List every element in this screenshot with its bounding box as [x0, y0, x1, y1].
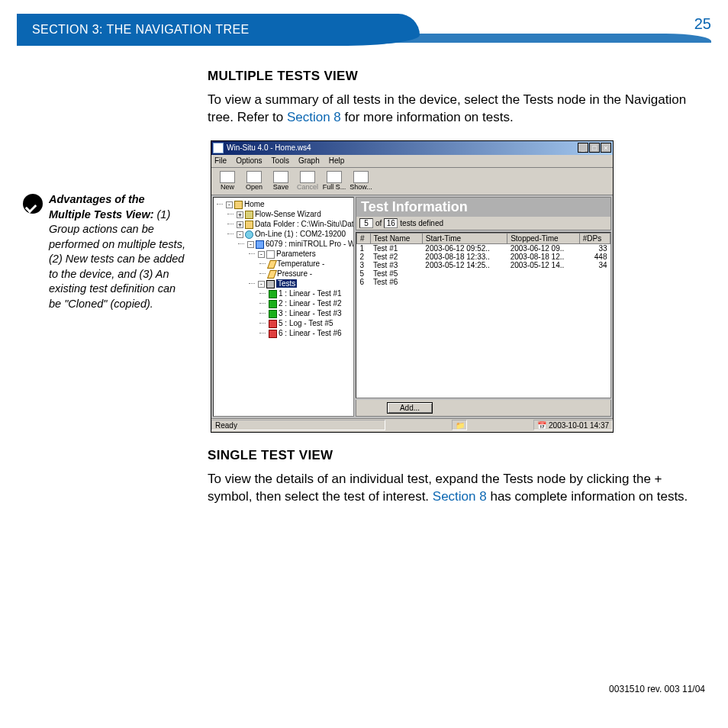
device-icon: [256, 240, 264, 249]
panel-buttons: Add...: [356, 400, 611, 417]
tree-temperature[interactable]: Temperature -: [277, 259, 324, 268]
save-icon: [273, 171, 288, 183]
tree-home[interactable]: Home: [244, 200, 265, 208]
single-paragraph: To view the details of an individual tes…: [208, 471, 696, 506]
sidenote-advantages: Advantages of the Multiple Tests View: (…: [23, 192, 189, 312]
test-x-icon: [269, 330, 277, 338]
menu-tools[interactable]: Tools: [272, 156, 289, 165]
tree-pressure[interactable]: Pressure -: [277, 269, 312, 278]
app-window: Win-Situ 4.0 - Home.ws4 _ □ × File Optio…: [211, 140, 614, 433]
status-datetime: 📅 2003-10-01 14:37: [533, 420, 613, 430]
header-tail: [399, 34, 712, 41]
col-name[interactable]: Test Name: [370, 233, 422, 243]
menu-options[interactable]: Options: [236, 156, 262, 165]
tree-flowsense[interactable]: Flow-Sense Wizard: [255, 210, 321, 218]
multi-text-b: for more information on tests.: [341, 110, 514, 124]
checkmark-icon: [23, 194, 43, 214]
wizard-icon: [245, 211, 253, 219]
navigation-tree[interactable]: -Home +Flow-Sense Wizard +Data Folder : …: [213, 197, 354, 417]
tree-test-1[interactable]: 1 : Linear - Test #1: [279, 289, 342, 298]
status-bar: Ready 📁 📅 2003-10-01 14:37: [211, 418, 613, 432]
app-icon: [213, 143, 224, 153]
heading-single-test: SINGLE TEST VIEW: [208, 448, 705, 463]
panel-count-row: 5 of 16 tests defined: [356, 217, 611, 230]
minimize-button[interactable]: _: [578, 143, 588, 153]
panel-title: Test Information: [356, 197, 611, 217]
section-title: SECTION 3: THE NAVIGATION TREE: [17, 23, 250, 37]
col-num[interactable]: #: [357, 233, 371, 243]
tree-device[interactable]: 6079 : miniTROLL Pro - W2B: [266, 240, 354, 248]
table-row[interactable]: 3Test #32003-05-12 14:25..2003-05-12 14.…: [357, 261, 610, 269]
parameters-icon: [266, 250, 275, 259]
col-dps[interactable]: #DPs: [579, 233, 610, 243]
heading-multiple-tests: MULTIPLE TESTS VIEW: [208, 69, 705, 84]
online-icon: [245, 230, 253, 239]
page-number: 25: [694, 15, 711, 33]
toolbar-fullscreen[interactable]: Full S...: [321, 169, 347, 193]
test-ok-icon: [269, 290, 277, 298]
tests-icon: [266, 280, 275, 288]
toolbar-save[interactable]: Save: [268, 169, 294, 193]
tests-shown-count: 5: [359, 218, 373, 228]
tree-test-6[interactable]: 6 : Linear - Test #6: [279, 329, 342, 337]
single-text-b: has complete information on tests.: [487, 489, 688, 504]
menu-graph[interactable]: Graph: [298, 156, 320, 165]
folder-icon: [245, 221, 253, 229]
footer-revision: 0031510 rev. 003 11/04: [609, 684, 705, 694]
tree-test-5[interactable]: 5 : Log - Test #5: [279, 319, 333, 327]
tree-parameters[interactable]: Parameters: [276, 250, 316, 258]
window-title: Win-Situ 4.0 - Home.ws4: [227, 143, 311, 152]
test-x-icon: [269, 320, 277, 328]
toolbar-show[interactable]: Show...: [348, 169, 374, 193]
sidenote-body: (1) Group actions can be performed on mu…: [49, 208, 185, 310]
menu-help[interactable]: Help: [329, 156, 345, 165]
sidenote-bold: Advantages of the Multiple Tests View:: [49, 193, 154, 221]
tree-datafolder[interactable]: Data Folder : C:\Win-Situ\Data: [255, 220, 354, 228]
window-titlebar[interactable]: Win-Situ 4.0 - Home.ws4 _ □ ×: [211, 141, 613, 155]
menu-bar: File Options Tools Graph Help: [211, 155, 613, 168]
tests-total-count: 16: [384, 218, 398, 228]
tree-test-3[interactable]: 3 : Linear - Test #3: [279, 309, 342, 317]
sidenote-text: Advantages of the Multiple Tests View: (…: [49, 192, 189, 312]
fullscreen-icon: [327, 171, 342, 183]
link-section-8-a[interactable]: Section 8: [287, 110, 341, 124]
link-section-8-b[interactable]: Section 8: [433, 489, 487, 504]
tree-online[interactable]: On-Line (1) : COM2-19200: [255, 230, 346, 238]
col-start[interactable]: Start-Time: [422, 233, 507, 243]
table-row[interactable]: 1Test #12003-06-12 09:52..2003-06-12 09.…: [357, 243, 610, 253]
table-row[interactable]: 2Test #22003-08-18 12:33..2003-08-18 12.…: [357, 253, 610, 261]
pencil-icon: [267, 270, 277, 279]
add-button[interactable]: Add...: [387, 402, 433, 414]
table-row[interactable]: 6Test #6: [357, 278, 610, 286]
menu-file[interactable]: File: [214, 156, 227, 165]
test-ok-icon: [269, 310, 277, 318]
close-button[interactable]: ×: [601, 143, 611, 153]
test-info-panel: Test Information 5 of 16 tests defined #…: [356, 197, 611, 417]
tree-test-2[interactable]: 2 : Linear - Test #2: [279, 299, 342, 308]
multi-paragraph: To view a summary of all tests in the de…: [208, 92, 696, 127]
pencil-icon: [267, 260, 277, 269]
tests-table[interactable]: # Test Name Start-Time Stopped-Time #DPs…: [356, 232, 611, 398]
toolbar-open[interactable]: Open: [241, 169, 267, 193]
open-icon: [246, 171, 262, 183]
new-icon: [220, 171, 235, 183]
table-row[interactable]: 5Test #5: [357, 269, 610, 278]
status-icon: 📁: [452, 420, 467, 430]
status-ready: Ready: [211, 420, 385, 430]
test-ok-icon: [269, 300, 277, 308]
home-icon: [234, 201, 243, 209]
maximize-button[interactable]: □: [589, 143, 600, 153]
tree-tests-selected[interactable]: Tests: [276, 279, 297, 288]
show-icon: [353, 171, 369, 183]
toolbar: New Open Save Cancel Full S... Show...: [211, 168, 613, 195]
toolbar-new[interactable]: New: [214, 169, 240, 193]
page-header: SECTION 3: THE NAVIGATION TREE 25: [17, 14, 711, 46]
toolbar-cancel: Cancel: [295, 169, 321, 193]
col-stop[interactable]: Stopped-Time: [507, 233, 580, 243]
cancel-icon: [300, 171, 315, 183]
